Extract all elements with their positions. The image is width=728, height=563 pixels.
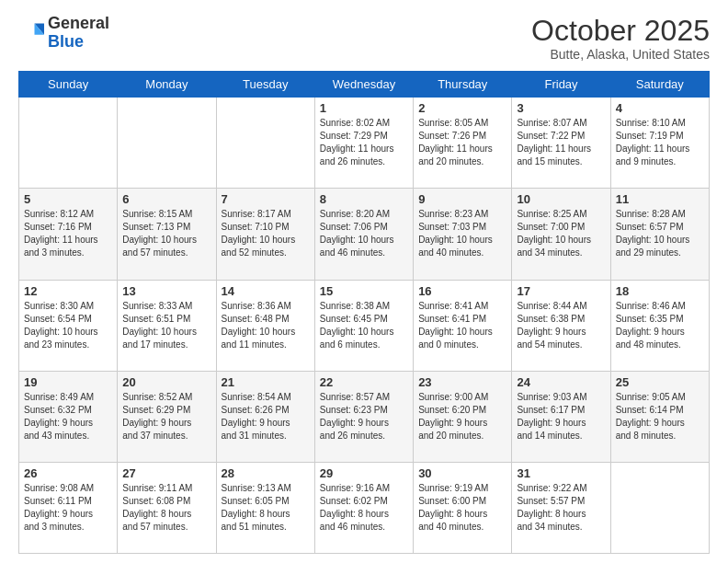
calendar-cell: 27Sunrise: 9:11 AM Sunset: 6:08 PM Dayli… bbox=[118, 462, 216, 553]
day-header-wednesday: Wednesday bbox=[314, 72, 413, 98]
logo-blue: Blue bbox=[48, 32, 84, 51]
calendar-cell: 25Sunrise: 9:05 AM Sunset: 6:14 PM Dayli… bbox=[610, 371, 709, 462]
day-number: 27 bbox=[122, 466, 210, 480]
day-info: Sunrise: 8:36 AM Sunset: 6:48 PM Dayligh… bbox=[222, 300, 310, 351]
day-number: 15 bbox=[320, 284, 408, 298]
day-number: 14 bbox=[222, 284, 310, 298]
day-number: 19 bbox=[24, 375, 112, 389]
calendar-cell: 20Sunrise: 8:52 AM Sunset: 6:29 PM Dayli… bbox=[118, 371, 216, 462]
calendar-cell: 4Sunrise: 8:10 AM Sunset: 7:19 PM Daylig… bbox=[610, 98, 709, 189]
calendar-cell: 11Sunrise: 8:28 AM Sunset: 6:57 PM Dayli… bbox=[610, 189, 709, 280]
calendar-cell: 22Sunrise: 8:57 AM Sunset: 6:23 PM Dayli… bbox=[314, 371, 413, 462]
day-number: 22 bbox=[320, 375, 408, 389]
calendar-cell: 31Sunrise: 9:22 AM Sunset: 5:57 PM Dayli… bbox=[512, 462, 610, 553]
day-info: Sunrise: 9:19 AM Sunset: 6:00 PM Dayligh… bbox=[418, 482, 506, 534]
day-info: Sunrise: 9:03 AM Sunset: 6:17 PM Dayligh… bbox=[517, 391, 605, 442]
day-number: 6 bbox=[122, 192, 210, 206]
day-number: 30 bbox=[418, 466, 506, 480]
logo-general: General bbox=[48, 14, 109, 32]
calendar-week-1: 1Sunrise: 8:02 AM Sunset: 7:29 PM Daylig… bbox=[19, 98, 710, 189]
day-info: Sunrise: 8:07 AM Sunset: 7:22 PM Dayligh… bbox=[517, 117, 605, 168]
day-info: Sunrise: 8:17 AM Sunset: 7:10 PM Dayligh… bbox=[222, 208, 310, 259]
day-number: 5 bbox=[24, 192, 112, 206]
day-info: Sunrise: 8:23 AM Sunset: 7:03 PM Dayligh… bbox=[418, 208, 506, 259]
day-info: Sunrise: 8:33 AM Sunset: 6:51 PM Dayligh… bbox=[122, 300, 210, 351]
logo-text: General Blue bbox=[48, 15, 109, 52]
calendar-cell: 16Sunrise: 8:41 AM Sunset: 6:41 PM Dayli… bbox=[414, 280, 512, 371]
day-number: 8 bbox=[320, 192, 408, 206]
day-info: Sunrise: 8:57 AM Sunset: 6:23 PM Dayligh… bbox=[320, 391, 408, 442]
month-title: October 2025 bbox=[531, 15, 710, 47]
header: General Blue October 2025 Butte, Alaska,… bbox=[18, 15, 710, 62]
day-info: Sunrise: 8:38 AM Sunset: 6:45 PM Dayligh… bbox=[320, 300, 408, 351]
day-info: Sunrise: 9:16 AM Sunset: 6:02 PM Dayligh… bbox=[320, 482, 408, 534]
calendar-week-5: 26Sunrise: 9:08 AM Sunset: 6:11 PM Dayli… bbox=[19, 462, 710, 553]
title-area: October 2025 Butte, Alaska, United State… bbox=[531, 15, 710, 62]
calendar-cell: 26Sunrise: 9:08 AM Sunset: 6:11 PM Dayli… bbox=[19, 462, 118, 553]
logo: General Blue bbox=[18, 15, 109, 52]
day-number: 1 bbox=[320, 101, 408, 115]
day-info: Sunrise: 8:54 AM Sunset: 6:26 PM Dayligh… bbox=[222, 391, 310, 442]
calendar-cell: 8Sunrise: 8:20 AM Sunset: 7:06 PM Daylig… bbox=[314, 189, 413, 280]
day-info: Sunrise: 9:00 AM Sunset: 6:20 PM Dayligh… bbox=[418, 391, 506, 442]
day-number: 17 bbox=[517, 284, 605, 298]
calendar-cell: 5Sunrise: 8:12 AM Sunset: 7:16 PM Daylig… bbox=[19, 189, 118, 280]
logo-icon bbox=[18, 20, 44, 46]
day-number: 4 bbox=[616, 101, 704, 115]
calendar-cell bbox=[610, 462, 709, 553]
day-header-saturday: Saturday bbox=[610, 72, 709, 98]
calendar-header-row: SundayMondayTuesdayWednesdayThursdayFrid… bbox=[19, 72, 710, 98]
calendar-cell bbox=[118, 98, 216, 189]
day-header-friday: Friday bbox=[512, 72, 610, 98]
day-number: 25 bbox=[616, 375, 704, 389]
calendar-week-4: 19Sunrise: 8:49 AM Sunset: 6:32 PM Dayli… bbox=[19, 371, 710, 462]
day-info: Sunrise: 9:05 AM Sunset: 6:14 PM Dayligh… bbox=[616, 391, 704, 442]
day-info: Sunrise: 8:05 AM Sunset: 7:26 PM Dayligh… bbox=[418, 117, 506, 168]
calendar-week-3: 12Sunrise: 8:30 AM Sunset: 6:54 PM Dayli… bbox=[19, 280, 710, 371]
day-info: Sunrise: 9:08 AM Sunset: 6:11 PM Dayligh… bbox=[24, 482, 112, 534]
calendar-cell: 10Sunrise: 8:25 AM Sunset: 7:00 PM Dayli… bbox=[512, 189, 610, 280]
calendar-cell: 6Sunrise: 8:15 AM Sunset: 7:13 PM Daylig… bbox=[118, 189, 216, 280]
day-info: Sunrise: 9:22 AM Sunset: 5:57 PM Dayligh… bbox=[517, 482, 605, 534]
day-header-tuesday: Tuesday bbox=[216, 72, 314, 98]
day-number: 28 bbox=[222, 466, 310, 480]
calendar-cell: 21Sunrise: 8:54 AM Sunset: 6:26 PM Dayli… bbox=[216, 371, 314, 462]
day-number: 2 bbox=[418, 101, 506, 115]
day-info: Sunrise: 8:28 AM Sunset: 6:57 PM Dayligh… bbox=[616, 208, 704, 259]
day-number: 24 bbox=[517, 375, 605, 389]
calendar-cell: 29Sunrise: 9:16 AM Sunset: 6:02 PM Dayli… bbox=[314, 462, 413, 553]
day-number: 16 bbox=[418, 284, 506, 298]
day-info: Sunrise: 8:46 AM Sunset: 6:35 PM Dayligh… bbox=[616, 300, 704, 351]
day-info: Sunrise: 8:20 AM Sunset: 7:06 PM Dayligh… bbox=[320, 208, 408, 259]
day-number: 31 bbox=[517, 466, 605, 480]
day-number: 12 bbox=[24, 284, 112, 298]
calendar-cell bbox=[19, 98, 118, 189]
location: Butte, Alaska, United States bbox=[531, 47, 710, 62]
day-number: 23 bbox=[418, 375, 506, 389]
calendar-week-2: 5Sunrise: 8:12 AM Sunset: 7:16 PM Daylig… bbox=[19, 189, 710, 280]
day-info: Sunrise: 8:30 AM Sunset: 6:54 PM Dayligh… bbox=[24, 300, 112, 351]
day-number: 21 bbox=[222, 375, 310, 389]
calendar-cell: 13Sunrise: 8:33 AM Sunset: 6:51 PM Dayli… bbox=[118, 280, 216, 371]
day-number: 29 bbox=[320, 466, 408, 480]
calendar-cell: 12Sunrise: 8:30 AM Sunset: 6:54 PM Dayli… bbox=[19, 280, 118, 371]
day-info: Sunrise: 8:15 AM Sunset: 7:13 PM Dayligh… bbox=[122, 208, 210, 259]
day-number: 20 bbox=[122, 375, 210, 389]
day-info: Sunrise: 9:11 AM Sunset: 6:08 PM Dayligh… bbox=[122, 482, 210, 534]
calendar-cell: 3Sunrise: 8:07 AM Sunset: 7:22 PM Daylig… bbox=[512, 98, 610, 189]
day-number: 7 bbox=[222, 192, 310, 206]
calendar-cell: 15Sunrise: 8:38 AM Sunset: 6:45 PM Dayli… bbox=[314, 280, 413, 371]
day-number: 18 bbox=[616, 284, 704, 298]
day-info: Sunrise: 8:02 AM Sunset: 7:29 PM Dayligh… bbox=[320, 117, 408, 168]
calendar-cell: 2Sunrise: 8:05 AM Sunset: 7:26 PM Daylig… bbox=[414, 98, 512, 189]
day-info: Sunrise: 8:44 AM Sunset: 6:38 PM Dayligh… bbox=[517, 300, 605, 351]
calendar-cell: 28Sunrise: 9:13 AM Sunset: 6:05 PM Dayli… bbox=[216, 462, 314, 553]
calendar-cell bbox=[216, 98, 314, 189]
calendar-cell: 19Sunrise: 8:49 AM Sunset: 6:32 PM Dayli… bbox=[19, 371, 118, 462]
day-info: Sunrise: 8:10 AM Sunset: 7:19 PM Dayligh… bbox=[616, 117, 704, 168]
day-number: 11 bbox=[616, 192, 704, 206]
calendar-cell: 14Sunrise: 8:36 AM Sunset: 6:48 PM Dayli… bbox=[216, 280, 314, 371]
day-header-sunday: Sunday bbox=[19, 72, 118, 98]
day-info: Sunrise: 8:41 AM Sunset: 6:41 PM Dayligh… bbox=[418, 300, 506, 351]
day-info: Sunrise: 9:13 AM Sunset: 6:05 PM Dayligh… bbox=[222, 482, 310, 534]
